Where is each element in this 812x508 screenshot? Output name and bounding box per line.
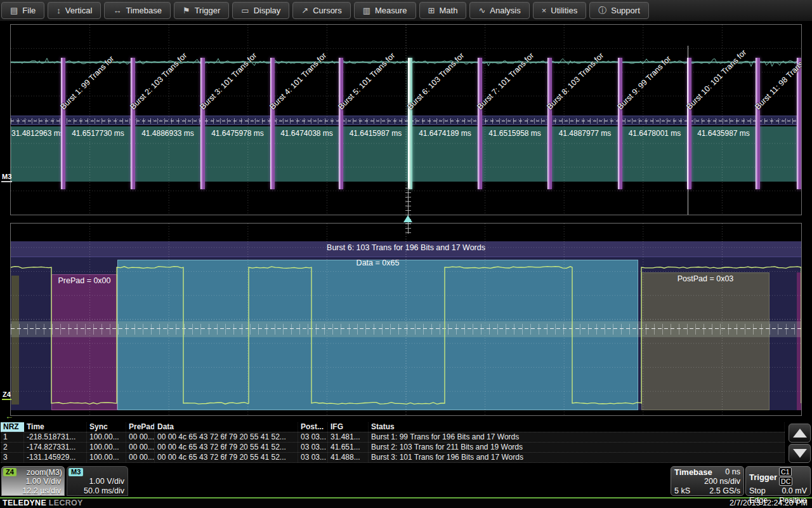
zoom-waveform-grid[interactable]: Burst 6: 103 Trans for 196 Bits and 17 W… xyxy=(10,223,802,416)
column-header[interactable]: NRZ xyxy=(1,422,24,432)
trigger-position-marker[interactable] xyxy=(403,215,412,222)
column-header[interactable]: Post... xyxy=(298,422,328,432)
table-scroll-up-button[interactable] xyxy=(789,424,811,443)
center-time-axis xyxy=(405,188,411,234)
table-cell: Burst 1: 99 Trans for 196 Bits and 17 Wo… xyxy=(369,432,785,442)
brand-logo: TELEDYNE LECROY xyxy=(3,498,83,507)
burst-marker-8 xyxy=(547,58,552,189)
trigger-source-badge: C1 xyxy=(779,467,791,476)
menu-button-support[interactable]: ⓘSupport xyxy=(589,2,649,19)
timebase-icon: ↔ xyxy=(113,6,121,15)
m3-trace-descriptor[interactable]: M3 1.00 V/div 50.0 ms/div xyxy=(67,466,128,496)
z4-tdiv: 12.2 µs/div xyxy=(1,486,65,496)
trigger-title: Trigger xyxy=(749,472,777,482)
m3-vdiv: 1.00 V/div xyxy=(67,477,128,486)
timebase-rate: 2.5 GS/s xyxy=(709,486,740,496)
timebase-offset: 0 ns xyxy=(725,467,740,477)
menu-label: Vertical xyxy=(65,6,93,15)
trigger-descriptor[interactable]: Trigger C1 DC Stop 0.0 mV Edge Positive xyxy=(745,466,811,496)
table-cell: 100.00... xyxy=(87,432,126,442)
footer-bar: TELEDYNE LECROY 2/7/2013 12:24:20 PM xyxy=(0,498,812,508)
table-cell: Burst 3: 101 Trans for 196 Bits and 17 W… xyxy=(369,453,785,462)
menu-label: Utilities xyxy=(551,6,577,15)
z4-badge: Z4 xyxy=(3,468,16,476)
m3-badge: M3 xyxy=(69,468,83,476)
table-cell: 00 00 4c 65 43 72 6f 79 20 55 41 52... xyxy=(155,453,298,462)
table-cell: 00 00... xyxy=(126,453,155,462)
column-header[interactable]: Data xyxy=(155,422,298,432)
table-cell: 100.00... xyxy=(87,453,126,462)
menu-button-measure[interactable]: ▥Measure xyxy=(354,2,416,19)
menu-button-display[interactable]: ▭Display xyxy=(232,2,289,19)
oscilloscope-screen: ▤File↕Vertical↔Timebase⚑Trigger▭Display↗… xyxy=(0,0,812,508)
table-cell: 31.481... xyxy=(328,432,369,442)
table-cell: 03 03... xyxy=(298,443,328,452)
timebase-title: Timebase xyxy=(674,467,712,477)
burst-marker-12 xyxy=(797,58,801,189)
table-cell: 2 xyxy=(1,443,24,452)
z4-source: zoom(M3) xyxy=(20,468,62,477)
decode-result-table: NRZTimeSyncPrePadDataPost...IFGStatus1-2… xyxy=(1,422,785,463)
burst6-title: Burst 6: 103 Trans for 196 Bits and 17 W… xyxy=(11,243,801,252)
table-scroll-down-button[interactable] xyxy=(789,444,811,463)
display-icon: ▭ xyxy=(241,6,249,15)
table-row[interactable]: 2-174.827331...100.00...00 00...00 00 4c… xyxy=(1,443,785,453)
table-cell: 41.488... xyxy=(328,453,369,462)
column-header[interactable]: IFG xyxy=(328,422,369,432)
timebase-samples: 5 kS xyxy=(674,486,690,496)
up-arrow-icon xyxy=(793,429,807,438)
z4-waveform-trace xyxy=(11,224,801,415)
vertical-icon: ↕ xyxy=(56,6,61,15)
utilities-icon: × xyxy=(542,6,547,15)
math-icon: ⊞ xyxy=(428,6,435,15)
burst-marker-11 xyxy=(756,58,760,189)
menu-label: Timebase xyxy=(126,6,162,15)
menu-label: File xyxy=(22,6,36,15)
burst-marker-7 xyxy=(478,58,482,189)
menu-button-utilities[interactable]: ×Utilities xyxy=(533,2,587,19)
analysis-icon: ∿ xyxy=(478,6,485,15)
menu-button-cursors[interactable]: ↗Cursors xyxy=(292,2,350,19)
trigger-type: Edge xyxy=(749,496,768,505)
z4-channel-label[interactable]: Z4 xyxy=(2,391,11,400)
column-header[interactable]: Sync xyxy=(87,422,126,432)
table-cell: 00 00... xyxy=(126,443,155,452)
m3-channel-label[interactable]: M3 xyxy=(1,173,12,182)
menu-button-trigger[interactable]: ⚑Trigger xyxy=(174,2,229,19)
menu-label: Display xyxy=(254,6,281,15)
table-header-row: NRZTimeSyncPrePadDataPost...IFGStatus xyxy=(1,422,785,432)
menu-button-analysis[interactable]: ∿Analysis xyxy=(469,2,529,19)
menu-label: Measure xyxy=(375,6,407,15)
menu-button-timebase[interactable]: ↔Timebase xyxy=(104,2,171,19)
table-cell: 41.651... xyxy=(328,443,369,452)
z4-vdiv: 1.00 V/div xyxy=(1,477,65,486)
menu-button-file[interactable]: ▤File xyxy=(1,2,44,19)
burst-marker-4 xyxy=(270,58,275,189)
table-cell: 03 03... xyxy=(298,453,328,462)
table-row[interactable]: 3-131.145929...100.00...00 00...00 00 4c… xyxy=(1,453,785,463)
trigger-level: 0.0 mV xyxy=(782,486,807,496)
column-header[interactable]: PrePad xyxy=(126,422,155,432)
burst-marker-3 xyxy=(200,58,205,189)
menu-label: Support xyxy=(611,6,640,15)
table-cell: 00 00... xyxy=(126,432,155,442)
prepad-label: PrePad = 0x00 xyxy=(48,276,121,285)
burst-marker-5 xyxy=(339,58,343,189)
column-header[interactable]: Time xyxy=(24,422,87,432)
graticule xyxy=(11,25,801,215)
menu-bar: ▤File↕Vertical↔Timebase⚑Trigger▭Display↗… xyxy=(0,0,812,22)
menu-button-vertical[interactable]: ↕Vertical xyxy=(48,2,101,19)
upper-waveform-grid[interactable]: 31.4812963 ms41.6517730 ms41.4886933 ms4… xyxy=(10,24,802,215)
down-arrow-icon xyxy=(793,449,807,458)
m3-tdiv: 50.0 ms/div xyxy=(67,486,128,496)
burst-marker-2 xyxy=(131,58,135,189)
menu-button-math[interactable]: ⊞Math xyxy=(419,2,467,19)
scroll-left-arrow-icon[interactable]: ← xyxy=(5,411,13,421)
column-header[interactable]: Status xyxy=(369,422,785,432)
z4-trace-descriptor[interactable]: Z4 zoom(M3) 1.00 V/div 12.2 µs/div xyxy=(1,466,65,496)
table-row[interactable]: 1-218.518731...100.00...00 00...00 00 4c… xyxy=(1,432,785,443)
trigger-mode: Stop xyxy=(749,486,766,496)
postpad-label: PostPad = 0x03 xyxy=(641,274,769,283)
menu-label: Math xyxy=(439,6,457,15)
timebase-descriptor[interactable]: Timebase 0 ns 200 ns/div 5 kS 2.5 GS/s xyxy=(671,466,744,496)
